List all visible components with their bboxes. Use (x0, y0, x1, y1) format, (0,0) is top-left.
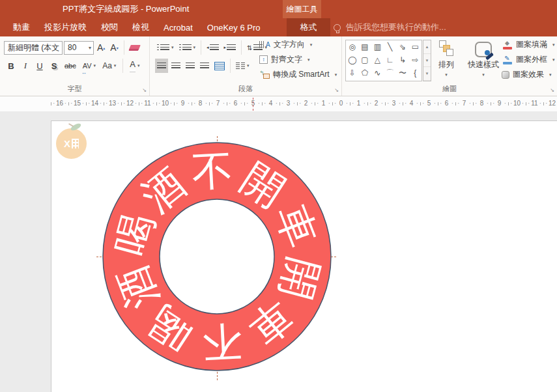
text-direction-button[interactable]: A 文字方向 (259, 38, 337, 51)
quick-styles-icon (475, 42, 492, 57)
ruler-number: 15 (68, 96, 86, 111)
tell-me-box[interactable]: 告訴我您想要執行的動作... (334, 18, 446, 36)
ring-character: 不 (191, 150, 234, 193)
character-spacing-button[interactable]: AV↔ (81, 59, 98, 73)
shape-curve[interactable]: 〜 (396, 66, 408, 79)
columns-button[interactable] (234, 59, 251, 73)
shape-outline-label: 圖案外框 (516, 54, 547, 65)
arrange-label: 排列 (438, 59, 454, 70)
numbering-icon (179, 44, 181, 51)
bullets-button[interactable] (155, 40, 176, 55)
align-right-button[interactable] (184, 59, 197, 73)
ruler-number: 0 (332, 96, 350, 111)
align-right-icon (186, 63, 195, 70)
align-text-button[interactable]: ↕ 對齊文字 (259, 53, 337, 66)
font-size-combo[interactable]: 80 (64, 41, 94, 55)
ribbon-tab[interactable]: 動畫 (6, 18, 37, 36)
lightbulb-icon (334, 24, 341, 31)
drawing-dialog-launcher[interactable]: ↘ (550, 87, 554, 93)
justify-button[interactable] (198, 59, 211, 73)
shape-left-brace[interactable]: { (409, 66, 421, 79)
shape-freeform[interactable]: ⬠ (358, 66, 371, 79)
shrink-font-button[interactable]: A (108, 40, 120, 55)
tab-format-active[interactable]: 格式 (287, 18, 330, 36)
shape-outline-button[interactable]: ✎ 圖案外框 (502, 53, 555, 66)
shape-triangle[interactable]: △ (371, 53, 384, 66)
ribbon-tab-row: 動畫投影片放映校閱檢視AcrobatOneKey 6 Pro 格式 告訴我您想要… (0, 18, 557, 36)
text-shadow-button[interactable]: S (48, 59, 60, 73)
lines-icon (160, 44, 169, 51)
bullets-icon (157, 44, 159, 51)
underline-button[interactable]: U (34, 59, 46, 73)
align-left-button[interactable] (155, 59, 168, 73)
paragraph-group: ◂ ▸ ⇅ A 文字方向 ↕ 對齊文字 ↰ 轉換成 Sma (150, 36, 342, 96)
ruler-number: 3 (279, 96, 297, 111)
tell-me-text: 告訴我您想要執行的動作... (346, 21, 446, 33)
ruler-number: 7 (455, 96, 473, 111)
paragraph-dialog-launcher[interactable]: ↘ (334, 87, 339, 93)
shape-arc[interactable]: ⌒ (384, 66, 396, 79)
shape-fill-button[interactable]: ◆ 圖案填滿 (502, 38, 555, 51)
shape-donut[interactable]: ◎ (346, 40, 358, 53)
shape-elbow-arrow-connector[interactable]: ↳ (396, 53, 408, 66)
italic-button[interactable]: I (20, 59, 31, 73)
convert-smartart-button[interactable]: ↰ 轉換成 SmartArt (259, 68, 337, 81)
shape-line[interactable]: ╲ (384, 40, 396, 53)
font-group-label: 字型 (0, 84, 149, 94)
shape-scribble[interactable]: ∿ (371, 66, 384, 79)
shape-right-arrow[interactable]: ⇨ (409, 53, 421, 66)
align-center-icon (171, 63, 180, 70)
ruler-number: 13 (104, 96, 121, 111)
ruler-number: 10 (508, 96, 526, 111)
numbering-button[interactable] (177, 40, 198, 55)
left-right-arrow-icon: ↔ (81, 70, 87, 76)
strikethrough-button[interactable]: abc (63, 59, 78, 73)
distribute-text-button[interactable] (212, 59, 227, 73)
font-color-button[interactable]: A (128, 59, 141, 73)
shape-oval[interactable]: ◯ (346, 53, 358, 66)
bold-button[interactable]: B (5, 59, 17, 73)
ruler-number: 1 (315, 96, 332, 111)
distribute-text-icon (214, 62, 225, 70)
font-name-combo[interactable]: 新細明體 (本文 (4, 41, 63, 55)
left-arrow-icon: ◂ (207, 45, 209, 50)
ruler-number: 9 (174, 96, 192, 111)
quick-styles-button[interactable]: 快速樣式 (468, 40, 499, 77)
eraser-icon (128, 45, 141, 51)
ribbon-tab[interactable]: Acrobat (156, 18, 200, 36)
increase-indent-button[interactable]: ▸ (222, 40, 238, 55)
shape-arrow[interactable]: ⇘ (396, 40, 408, 53)
align-left-icon (157, 63, 166, 70)
grow-font-button[interactable]: A (95, 40, 107, 55)
ruler-number: 7 (209, 96, 227, 111)
ruler-number: 9 (491, 96, 508, 111)
gallery-more[interactable]: ▼ (423, 67, 431, 81)
av-label: AV (83, 62, 92, 70)
font-dialog-launcher[interactable]: ↘ (142, 87, 147, 93)
shape-text-box[interactable]: ▤ (358, 40, 371, 53)
arrange-button[interactable]: 排列 (438, 40, 455, 77)
horizontal-ruler: 161514131211109876543210123456789101112 (0, 96, 557, 111)
ribbon-tab[interactable]: 投影片放映 (37, 18, 94, 36)
change-case-button[interactable]: Aa (100, 59, 118, 73)
lines-icon (210, 44, 219, 51)
shape-effects-button[interactable]: 圖案效果 (502, 68, 555, 81)
shape-down-arrow[interactable]: ⇩ (346, 66, 358, 79)
decrease-indent-button[interactable]: ◂ (205, 40, 221, 55)
shape-vertical-text-box[interactable]: ▥ (371, 40, 384, 53)
ribbon-tab[interactable]: 檢視 (125, 18, 156, 36)
align-center-button[interactable] (169, 59, 182, 73)
letter-a-icon: A (266, 41, 270, 48)
donut-shape[interactable] (0, 111, 557, 392)
clear-formatting-button[interactable] (128, 40, 141, 55)
shape-elbow-connector[interactable]: ∟ (384, 53, 396, 66)
ring-character: 不 (200, 320, 243, 363)
ribbon-tab[interactable]: 校閱 (94, 18, 125, 36)
gallery-scroll-down[interactable]: ▼ (423, 54, 431, 68)
shape-rectangle[interactable]: ▭ (409, 40, 421, 53)
gallery-scroll-up[interactable]: ▲ (423, 40, 431, 54)
window-title: PPT將文字繞成圓形 - PowerPoint (63, 3, 189, 15)
shape-rounded-rectangle[interactable]: ▢ (358, 53, 371, 66)
ribbon-tab[interactable]: OneKey 6 Pro (200, 18, 268, 36)
smartart-label: 轉換成 SmartArt (273, 69, 330, 80)
